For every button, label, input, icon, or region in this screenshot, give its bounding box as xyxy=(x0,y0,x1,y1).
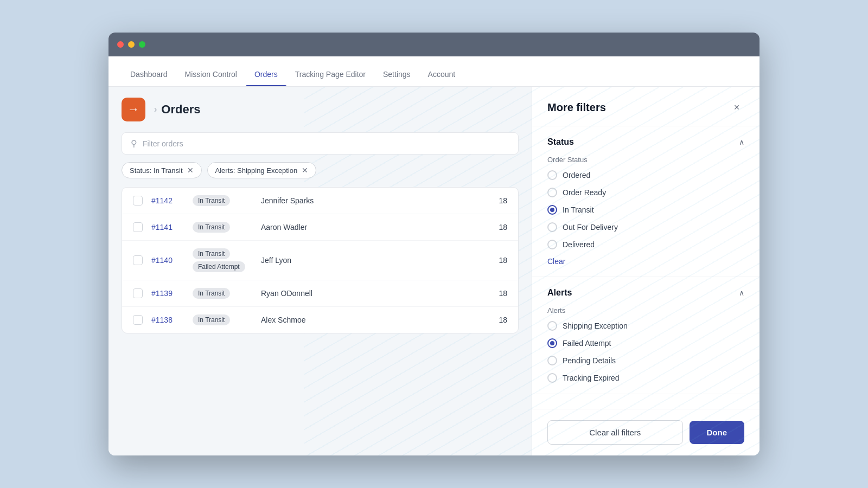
row-checkbox-1141[interactable] xyxy=(133,222,143,232)
nav-bar: Dashboard Mission Control Orders Trackin… xyxy=(108,56,760,87)
filter-section-status-header[interactable]: Status ∧ xyxy=(547,137,744,147)
nav-item-mission-control[interactable]: Mission Control xyxy=(176,70,246,86)
radio-order-ready[interactable]: Order Ready xyxy=(547,188,744,197)
radio-out-for-delivery-label: Out For Delivery xyxy=(563,223,618,232)
order-num-1139: 18 xyxy=(499,289,507,298)
radio-delivered[interactable]: Delivered xyxy=(547,240,744,249)
filter-tag-status[interactable]: Status: In Transit ✕ xyxy=(122,162,202,178)
traffic-light-green[interactable] xyxy=(139,41,145,48)
alerts-sublabel: Alerts xyxy=(547,306,744,314)
done-button[interactable]: Done xyxy=(690,421,745,444)
badge-in-transit: In Transit xyxy=(193,222,230,233)
order-id-1142[interactable]: #1142 xyxy=(151,196,184,205)
nav-item-dashboard[interactable]: Dashboard xyxy=(122,70,176,86)
nav-item-account[interactable]: Account xyxy=(419,70,464,86)
breadcrumb-arrow: › xyxy=(154,105,157,114)
main-content: → › Orders ⚲ Filter orders Status: In Tr… xyxy=(108,87,760,455)
search-input[interactable]: Filter orders xyxy=(143,139,509,148)
orders-panel: → › Orders ⚲ Filter orders Status: In Tr… xyxy=(108,87,532,455)
chevron-up-icon: ∧ xyxy=(739,138,744,146)
traffic-light-red[interactable] xyxy=(117,41,124,48)
page-title: Orders xyxy=(161,102,200,117)
filter-tag-alerts[interactable]: Alerts: Shipping Exception ✕ xyxy=(207,162,317,178)
radio-out-for-delivery[interactable]: Out For Delivery xyxy=(547,222,744,232)
filter-tag-status-close[interactable]: ✕ xyxy=(187,166,194,175)
clear-all-filters-button[interactable]: Clear all filters xyxy=(547,420,683,445)
radio-failed-attempt-label: Failed Attempt xyxy=(563,339,611,348)
status-badges-1140: In Transit Failed Attempt xyxy=(193,248,252,272)
order-id-1138[interactable]: #1138 xyxy=(151,316,184,324)
badge-in-transit: In Transit xyxy=(193,195,230,206)
radio-ordered[interactable]: Ordered xyxy=(547,170,744,180)
order-num-1142: 18 xyxy=(499,196,507,205)
table-row[interactable]: #1141 In Transit Aaron Wadler 18 xyxy=(122,214,518,241)
status-badges-1139: In Transit xyxy=(193,288,252,299)
radio-in-transit-circle[interactable] xyxy=(547,205,557,215)
title-bar xyxy=(108,33,760,56)
row-checkbox-1142[interactable] xyxy=(133,196,143,206)
radio-pending-details-circle[interactable] xyxy=(547,356,557,365)
radio-pending-details[interactable]: Pending Details xyxy=(547,356,744,365)
radio-failed-attempt[interactable]: Failed Attempt xyxy=(547,338,744,348)
filter-section-alerts-header[interactable]: Alerts ∧ xyxy=(547,288,744,298)
row-checkbox-1140[interactable] xyxy=(133,255,143,265)
radio-tracking-expired[interactable]: Tracking Expired xyxy=(547,373,744,383)
filter-tag-status-label: Status: In Transit xyxy=(130,166,183,175)
radio-in-transit-label: In Transit xyxy=(563,206,594,214)
order-status-sublabel: Order Status xyxy=(547,156,744,164)
radio-shipping-exception-label: Shipping Exception xyxy=(563,322,628,330)
clear-status-link[interactable]: Clear xyxy=(547,257,744,266)
table-row[interactable]: #1138 In Transit Alex Schmoe 18 xyxy=(122,307,518,333)
nav-item-settings[interactable]: Settings xyxy=(374,70,419,86)
nav-item-orders[interactable]: Orders xyxy=(246,70,286,86)
order-id-1141[interactable]: #1141 xyxy=(151,223,184,232)
filter-section-alerts-label: Alerts xyxy=(547,288,572,298)
radio-delivered-circle[interactable] xyxy=(547,240,557,249)
traffic-light-yellow[interactable] xyxy=(128,41,135,48)
radio-ordered-label: Ordered xyxy=(563,171,590,179)
orders-body: ⚲ Filter orders Status: In Transit ✕ Ale… xyxy=(108,121,532,455)
status-badges-1141: In Transit xyxy=(193,222,252,233)
orders-header: → › Orders xyxy=(108,87,532,121)
row-checkbox-1138[interactable] xyxy=(133,315,143,325)
filter-section-status: Status ∧ Order Status Ordered Order Read… xyxy=(532,126,760,277)
customer-name-1141: Aaron Wadler xyxy=(261,223,490,232)
filter-tag-alerts-label: Alerts: Shipping Exception xyxy=(215,166,298,175)
order-num-1141: 18 xyxy=(499,223,507,232)
radio-shipping-exception-circle[interactable] xyxy=(547,321,557,331)
filter-footer: Clear all filters Done xyxy=(532,409,760,455)
table-row[interactable]: #1142 In Transit Jennifer Sparks 18 xyxy=(122,188,518,214)
order-id-1140[interactable]: #1140 xyxy=(151,256,184,265)
nav-item-tracking-page-editor[interactable]: Tracking Page Editor xyxy=(286,70,374,86)
logo-icon: → xyxy=(122,98,145,121)
close-button[interactable]: × xyxy=(729,100,744,115)
radio-shipping-exception[interactable]: Shipping Exception xyxy=(547,321,744,331)
radio-ordered-circle[interactable] xyxy=(547,170,557,180)
search-icon: ⚲ xyxy=(131,138,137,149)
radio-out-for-delivery-circle[interactable] xyxy=(547,222,557,232)
radio-order-ready-circle[interactable] xyxy=(547,188,557,197)
filter-tag-alerts-close[interactable]: ✕ xyxy=(302,166,308,175)
chevron-up-icon-alerts: ∧ xyxy=(739,288,744,297)
customer-name-1140: Jeff Lyon xyxy=(261,256,490,265)
customer-name-1142: Jennifer Sparks xyxy=(261,196,490,205)
radio-order-ready-label: Order Ready xyxy=(563,188,606,197)
order-num-1138: 18 xyxy=(499,316,507,324)
status-badges-1142: In Transit xyxy=(193,195,252,206)
radio-failed-attempt-circle[interactable] xyxy=(547,338,557,348)
search-bar[interactable]: ⚲ Filter orders xyxy=(122,132,519,155)
badge-failed-attempt: Failed Attempt xyxy=(193,261,245,272)
customer-name-1139: Ryan ODonnell xyxy=(261,289,490,298)
filter-panel: More filters × Status ∧ Order Status Ord… xyxy=(532,87,760,455)
table-row[interactable]: #1140 In Transit Failed Attempt Jeff Lyo… xyxy=(122,241,518,280)
table-row[interactable]: #1139 In Transit Ryan ODonnell 18 xyxy=(122,280,518,307)
badge-in-transit: In Transit xyxy=(193,314,230,325)
radio-tracking-expired-label: Tracking Expired xyxy=(563,374,620,382)
customer-name-1138: Alex Schmoe xyxy=(261,316,490,324)
radio-in-transit[interactable]: In Transit xyxy=(547,205,744,215)
badge-in-transit: In Transit xyxy=(193,288,230,299)
badge-in-transit: In Transit xyxy=(193,248,230,259)
radio-tracking-expired-circle[interactable] xyxy=(547,373,557,383)
row-checkbox-1139[interactable] xyxy=(133,288,143,298)
order-id-1139[interactable]: #1139 xyxy=(151,289,184,298)
